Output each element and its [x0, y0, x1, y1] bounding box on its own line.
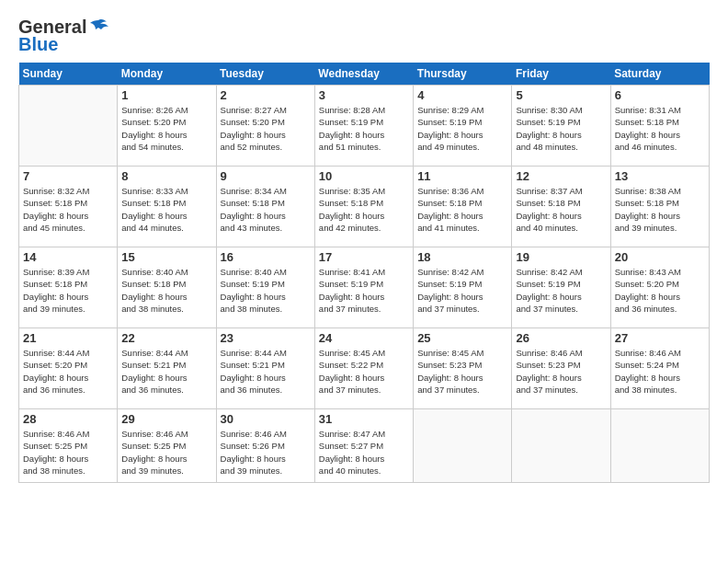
- day-number: 1: [121, 88, 211, 102]
- day-info: Sunrise: 8:28 AM Sunset: 5:19 PM Dayligh…: [319, 104, 409, 153]
- calendar-day-cell: 14Sunrise: 8:39 AM Sunset: 5:18 PM Dayli…: [19, 247, 118, 328]
- day-number: 27: [615, 331, 705, 345]
- day-info: Sunrise: 8:46 AM Sunset: 5:24 PM Dayligh…: [615, 347, 705, 396]
- day-number: 20: [615, 250, 705, 264]
- calendar-day-cell: 3Sunrise: 8:28 AM Sunset: 5:19 PM Daylig…: [314, 86, 413, 167]
- day-number: 17: [319, 250, 409, 264]
- day-number: 14: [23, 250, 113, 264]
- day-number: 22: [121, 331, 211, 345]
- day-number: 2: [221, 88, 311, 102]
- calendar-day-cell: 10Sunrise: 8:35 AM Sunset: 5:18 PM Dayli…: [314, 167, 413, 247]
- day-of-week-header: Saturday: [610, 63, 709, 86]
- calendar-day-cell: [512, 409, 610, 483]
- calendar-day-cell: 31Sunrise: 8:47 AM Sunset: 5:27 PM Dayli…: [314, 409, 413, 483]
- calendar-day-cell: 16Sunrise: 8:40 AM Sunset: 5:19 PM Dayli…: [216, 247, 314, 328]
- calendar-day-cell: 17Sunrise: 8:41 AM Sunset: 5:19 PM Dayli…: [314, 247, 413, 328]
- day-info: Sunrise: 8:47 AM Sunset: 5:27 PM Dayligh…: [319, 428, 409, 477]
- day-info: Sunrise: 8:36 AM Sunset: 5:18 PM Dayligh…: [417, 185, 507, 234]
- calendar-day-cell: [19, 86, 118, 167]
- day-number: 9: [221, 169, 311, 183]
- day-info: Sunrise: 8:43 AM Sunset: 5:20 PM Dayligh…: [615, 266, 705, 315]
- day-info: Sunrise: 8:30 AM Sunset: 5:19 PM Dayligh…: [516, 104, 606, 153]
- day-info: Sunrise: 8:44 AM Sunset: 5:20 PM Dayligh…: [23, 347, 113, 396]
- calendar-day-cell: 1Sunrise: 8:26 AM Sunset: 5:20 PM Daylig…: [118, 86, 216, 167]
- calendar-day-cell: 30Sunrise: 8:46 AM Sunset: 5:26 PM Dayli…: [216, 409, 314, 483]
- day-number: 18: [417, 250, 507, 264]
- day-info: Sunrise: 8:46 AM Sunset: 5:23 PM Dayligh…: [516, 347, 606, 396]
- calendar-day-cell: 27Sunrise: 8:46 AM Sunset: 5:24 PM Dayli…: [610, 328, 709, 409]
- day-number: 4: [417, 88, 507, 102]
- logo-blue: Blue: [18, 34, 58, 55]
- day-info: Sunrise: 8:42 AM Sunset: 5:19 PM Dayligh…: [417, 266, 507, 315]
- day-number: 5: [516, 88, 606, 102]
- calendar-day-cell: 5Sunrise: 8:30 AM Sunset: 5:19 PM Daylig…: [512, 86, 610, 167]
- calendar-day-cell: 2Sunrise: 8:27 AM Sunset: 5:20 PM Daylig…: [216, 86, 314, 167]
- day-info: Sunrise: 8:45 AM Sunset: 5:22 PM Dayligh…: [319, 347, 409, 396]
- day-number: 25: [417, 331, 507, 345]
- day-number: 12: [516, 169, 606, 183]
- calendar-table: SundayMondayTuesdayWednesdayThursdayFrid…: [18, 63, 710, 483]
- calendar-day-cell: 11Sunrise: 8:36 AM Sunset: 5:18 PM Dayli…: [414, 167, 512, 247]
- day-info: Sunrise: 8:35 AM Sunset: 5:18 PM Dayligh…: [319, 185, 409, 234]
- day-info: Sunrise: 8:44 AM Sunset: 5:21 PM Dayligh…: [221, 347, 311, 396]
- day-of-week-header: Monday: [118, 63, 216, 86]
- day-info: Sunrise: 8:29 AM Sunset: 5:19 PM Dayligh…: [417, 104, 507, 153]
- calendar-day-cell: 24Sunrise: 8:45 AM Sunset: 5:22 PM Dayli…: [314, 328, 413, 409]
- calendar-day-cell: 28Sunrise: 8:46 AM Sunset: 5:25 PM Dayli…: [19, 409, 118, 483]
- calendar-day-cell: [414, 409, 512, 483]
- day-of-week-header: Thursday: [414, 63, 512, 86]
- day-number: 15: [121, 250, 211, 264]
- calendar-day-cell: 25Sunrise: 8:45 AM Sunset: 5:23 PM Dayli…: [414, 328, 512, 409]
- day-of-week-header: Tuesday: [216, 63, 314, 86]
- day-info: Sunrise: 8:33 AM Sunset: 5:18 PM Dayligh…: [121, 185, 211, 234]
- day-info: Sunrise: 8:27 AM Sunset: 5:20 PM Dayligh…: [221, 104, 311, 153]
- logo-bird-icon: [88, 18, 108, 35]
- calendar-day-cell: 15Sunrise: 8:40 AM Sunset: 5:18 PM Dayli…: [118, 247, 216, 328]
- calendar-day-cell: 26Sunrise: 8:46 AM Sunset: 5:23 PM Dayli…: [512, 328, 610, 409]
- day-info: Sunrise: 8:32 AM Sunset: 5:18 PM Dayligh…: [23, 185, 113, 234]
- day-number: 16: [221, 250, 311, 264]
- calendar-day-cell: 21Sunrise: 8:44 AM Sunset: 5:20 PM Dayli…: [19, 328, 118, 409]
- day-number: 28: [23, 412, 113, 426]
- day-info: Sunrise: 8:26 AM Sunset: 5:20 PM Dayligh…: [121, 104, 211, 153]
- day-of-week-header: Friday: [512, 63, 610, 86]
- calendar-day-cell: 12Sunrise: 8:37 AM Sunset: 5:18 PM Dayli…: [512, 167, 610, 247]
- day-info: Sunrise: 8:46 AM Sunset: 5:25 PM Dayligh…: [121, 428, 211, 477]
- calendar-day-cell: 8Sunrise: 8:33 AM Sunset: 5:18 PM Daylig…: [118, 167, 216, 247]
- day-number: 24: [319, 331, 409, 345]
- day-number: 7: [23, 169, 113, 183]
- day-info: Sunrise: 8:40 AM Sunset: 5:18 PM Dayligh…: [121, 266, 211, 315]
- day-of-week-header: Sunday: [19, 63, 118, 86]
- day-info: Sunrise: 8:34 AM Sunset: 5:18 PM Dayligh…: [221, 185, 311, 234]
- day-info: Sunrise: 8:46 AM Sunset: 5:26 PM Dayligh…: [221, 428, 311, 477]
- day-info: Sunrise: 8:37 AM Sunset: 5:18 PM Dayligh…: [516, 185, 606, 234]
- calendar-day-cell: 6Sunrise: 8:31 AM Sunset: 5:18 PM Daylig…: [610, 86, 709, 167]
- day-number: 31: [319, 412, 409, 426]
- day-info: Sunrise: 8:42 AM Sunset: 5:19 PM Dayligh…: [516, 266, 606, 315]
- calendar-day-cell: 13Sunrise: 8:38 AM Sunset: 5:18 PM Dayli…: [610, 167, 709, 247]
- calendar-day-cell: 20Sunrise: 8:43 AM Sunset: 5:20 PM Dayli…: [610, 247, 709, 328]
- day-info: Sunrise: 8:41 AM Sunset: 5:19 PM Dayligh…: [319, 266, 409, 315]
- day-info: Sunrise: 8:46 AM Sunset: 5:25 PM Dayligh…: [23, 428, 113, 477]
- logo: General Blue: [18, 17, 108, 55]
- calendar-day-cell: 23Sunrise: 8:44 AM Sunset: 5:21 PM Dayli…: [216, 328, 314, 409]
- calendar-day-cell: 29Sunrise: 8:46 AM Sunset: 5:25 PM Dayli…: [118, 409, 216, 483]
- day-number: 23: [221, 331, 311, 345]
- day-number: 3: [319, 88, 409, 102]
- calendar-day-cell: [610, 409, 709, 483]
- calendar-day-cell: 4Sunrise: 8:29 AM Sunset: 5:19 PM Daylig…: [414, 86, 512, 167]
- day-number: 29: [121, 412, 211, 426]
- day-number: 6: [615, 88, 705, 102]
- day-info: Sunrise: 8:38 AM Sunset: 5:18 PM Dayligh…: [615, 185, 705, 234]
- calendar-day-cell: 22Sunrise: 8:44 AM Sunset: 5:21 PM Dayli…: [118, 328, 216, 409]
- day-of-week-header: Wednesday: [314, 63, 413, 86]
- day-number: 30: [221, 412, 311, 426]
- calendar-page: General Blue SundayMondayTuesdayWednesda…: [0, 0, 728, 563]
- day-info: Sunrise: 8:31 AM Sunset: 5:18 PM Dayligh…: [615, 104, 705, 153]
- day-number: 8: [121, 169, 211, 183]
- day-number: 11: [417, 169, 507, 183]
- day-info: Sunrise: 8:44 AM Sunset: 5:21 PM Dayligh…: [121, 347, 211, 396]
- header: General Blue: [18, 17, 710, 55]
- calendar-day-cell: 9Sunrise: 8:34 AM Sunset: 5:18 PM Daylig…: [216, 167, 314, 247]
- day-number: 26: [516, 331, 606, 345]
